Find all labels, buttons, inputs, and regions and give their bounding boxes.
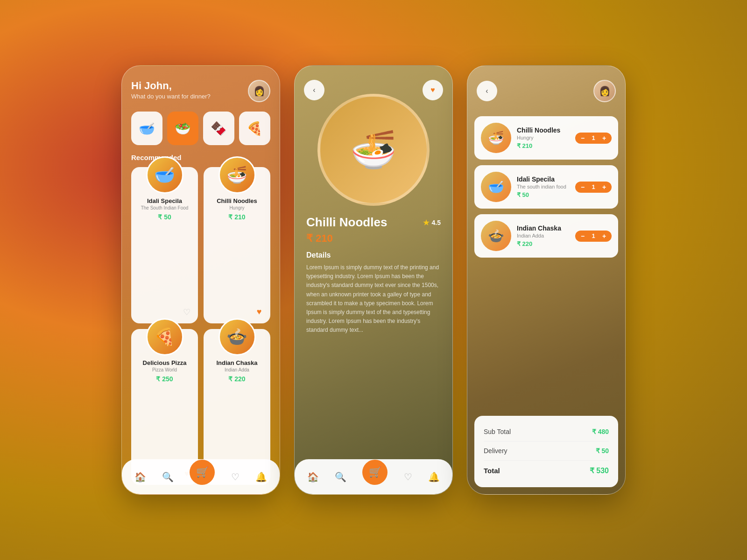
screen-cart: ‹ 👩 🍜 Chilli Noodles Hungry ₹ 210 − 1 + bbox=[467, 65, 626, 495]
detail-title: Chilli Noodles bbox=[306, 215, 387, 230]
cart-top-bar: ‹ 👩 bbox=[467, 66, 625, 112]
qty-plus-idali[interactable]: + bbox=[599, 183, 609, 191]
subtotal-label: Sub Total bbox=[484, 428, 511, 435]
food-grid: 🥣 Idali Specila The South Indian Food ₹ … bbox=[131, 167, 270, 485]
rating-value: 4.5 bbox=[432, 219, 441, 226]
bottom-nav: 🏠 🔍 🛒 ♡ 🔔 bbox=[122, 459, 280, 494]
cart-img-idali: 🥣 bbox=[481, 172, 511, 202]
qty-minus-chaska[interactable]: − bbox=[578, 232, 587, 240]
cart-price-idali: ₹ 50 bbox=[517, 191, 570, 198]
food-sub-noodles: Hungry bbox=[229, 205, 244, 210]
food-price-noodles: ₹ 210 bbox=[228, 213, 245, 221]
screen-detail: ‹ ♥ 🍜 Chilli Noodles ★ 4.5 ₹ 210 Details… bbox=[294, 65, 453, 495]
category-item-1[interactable]: 🥣 bbox=[131, 112, 162, 145]
detail-price: ₹ 210 bbox=[306, 232, 441, 245]
delivery-val: ₹ 50 bbox=[596, 447, 609, 455]
like-btn-noodles[interactable]: ♥ bbox=[253, 306, 266, 319]
nav-home-icon-d[interactable]: 🏠 bbox=[307, 471, 319, 483]
heart-button[interactable]: ♥ bbox=[423, 80, 443, 100]
food-img-idali: 🥣 bbox=[146, 156, 183, 194]
back-button[interactable]: ‹ bbox=[304, 80, 324, 100]
total-label: Total bbox=[484, 467, 500, 475]
greeting-hi: Hi John, bbox=[131, 80, 211, 92]
cart-back-button[interactable]: ‹ bbox=[477, 81, 497, 101]
qty-plus-chaska[interactable]: + bbox=[599, 232, 609, 240]
category-item-2[interactable]: 🥗 bbox=[167, 112, 198, 145]
qty-minus-idali[interactable]: − bbox=[578, 183, 587, 191]
order-summary: Sub Total ₹ 480 Delivery ₹ 50 Total ₹ 53… bbox=[474, 416, 618, 487]
rating-block: ★ 4.5 bbox=[423, 217, 441, 228]
detail-description: Lorem Ipsum is simply dummy text of the … bbox=[306, 263, 441, 335]
food-price-chaska: ₹ 220 bbox=[228, 375, 245, 383]
qty-control-chaska: − 1 + bbox=[575, 231, 612, 242]
qty-minus-noodles[interactable]: − bbox=[578, 134, 587, 142]
cart-img-chaska: 🍲 bbox=[481, 221, 511, 251]
greeting-block: Hi John, What do you want for dinner? bbox=[131, 80, 211, 100]
qty-plus-noodles[interactable]: + bbox=[599, 134, 609, 142]
cart-items-list: 🍜 Chilli Noodles Hungry ₹ 210 − 1 + 🥣 Id… bbox=[467, 112, 625, 416]
greeting-sub: What do you want for dinner? bbox=[131, 93, 211, 100]
nav-heart-icon-d[interactable]: ♡ bbox=[404, 471, 412, 483]
food-name-pizza: Delicious Pizza bbox=[143, 359, 187, 366]
section-label: Recommended bbox=[131, 154, 270, 161]
food-price-idali: ₹ 50 bbox=[158, 213, 171, 221]
qty-num-noodles: 1 bbox=[590, 134, 597, 141]
food-card-noodles[interactable]: 🍜 Chilli Noodles Hungry ₹ 210 ♥ bbox=[204, 167, 270, 323]
food-sub-pizza: Pizza World bbox=[152, 367, 177, 372]
screen-home: Hi John, What do you want for dinner? 👩 … bbox=[121, 65, 280, 495]
cart-avatar: 👩 bbox=[593, 80, 616, 102]
nav-cart-button[interactable]: 🛒 bbox=[190, 460, 215, 485]
cart-sub-noodles: Hungry bbox=[517, 135, 570, 140]
title-row: Chilli Noodles ★ 4.5 bbox=[306, 215, 441, 230]
nav-heart-icon[interactable]: ♡ bbox=[231, 471, 240, 483]
category-list: 🥣 🥗 🍫 🍕 bbox=[131, 112, 270, 145]
food-name-idali: Idali Specila bbox=[147, 197, 182, 204]
food-img-noodles: 🍜 bbox=[218, 156, 256, 194]
summary-delivery-row: Delivery ₹ 50 bbox=[484, 443, 609, 458]
avatar: 👩 bbox=[248, 80, 270, 102]
cart-name-noodles: Chilli Noodles bbox=[517, 126, 570, 134]
qty-control-idali: − 1 + bbox=[575, 182, 612, 193]
cart-item-chaska: 🍲 Indian Chaska Indian Adda ₹ 220 − 1 + bbox=[474, 214, 618, 258]
cart-info-chaska: Indian Chaska Indian Adda ₹ 220 bbox=[517, 224, 570, 247]
cart-item-idali: 🥣 Idali Specila The south indian food ₹ … bbox=[474, 165, 618, 209]
detail-top-bar: ‹ ♥ bbox=[295, 66, 452, 107]
cart-img-noodles: 🍜 bbox=[481, 123, 511, 153]
cart-info-noodles: Chilli Noodles Hungry ₹ 210 bbox=[517, 126, 570, 149]
like-btn-idali[interactable]: ♡ bbox=[180, 306, 193, 319]
detail-info: Chilli Noodles ★ 4.5 ₹ 210 Details Lorem… bbox=[295, 215, 452, 494]
food-sub-chaska: Indian Adda bbox=[225, 367, 249, 372]
delivery-label: Delivery bbox=[484, 447, 507, 455]
food-sub-idali: The South Indian Food bbox=[141, 205, 189, 210]
food-name-chaska: Indian Chaska bbox=[216, 359, 257, 366]
cart-price-chaska: ₹ 220 bbox=[517, 240, 570, 247]
hero-food-image: 🍜 bbox=[317, 94, 430, 206]
nav-home-icon[interactable]: 🏠 bbox=[134, 471, 146, 483]
summary-subtotal-row: Sub Total ₹ 480 bbox=[484, 424, 609, 439]
category-item-3[interactable]: 🍫 bbox=[203, 112, 234, 145]
food-name-noodles: Chilli Noodles bbox=[217, 197, 257, 204]
nav-bell-icon[interactable]: 🔔 bbox=[255, 471, 267, 483]
header: Hi John, What do you want for dinner? 👩 bbox=[131, 80, 270, 102]
star-icon: ★ bbox=[423, 217, 430, 228]
summary-divider-1 bbox=[484, 441, 609, 441]
food-img-chaska: 🍲 bbox=[218, 318, 256, 356]
cart-name-chaska: Indian Chaska bbox=[517, 224, 570, 232]
cart-name-idali: Idali Specila bbox=[517, 175, 570, 183]
nav-bell-icon-d[interactable]: 🔔 bbox=[428, 471, 440, 483]
nav-search-icon-d[interactable]: 🔍 bbox=[335, 471, 346, 483]
bottom-nav-detail: 🏠 🔍 🛒 ♡ 🔔 bbox=[295, 459, 452, 494]
cart-sub-idali: The south indian food bbox=[517, 184, 570, 189]
cart-info-idali: Idali Specila The south indian food ₹ 50 bbox=[517, 175, 570, 198]
food-card-idali[interactable]: 🥣 Idali Specila The South Indian Food ₹ … bbox=[131, 167, 198, 323]
qty-control-noodles: − 1 + bbox=[575, 133, 612, 144]
summary-total-row: Total ₹ 530 bbox=[484, 462, 609, 479]
cart-price-noodles: ₹ 210 bbox=[517, 142, 570, 149]
qty-num-chaska: 1 bbox=[590, 232, 597, 239]
nav-cart-button-d[interactable]: 🛒 bbox=[362, 460, 388, 485]
category-item-4[interactable]: 🍕 bbox=[239, 112, 270, 145]
details-label: Details bbox=[306, 251, 441, 259]
nav-search-icon[interactable]: 🔍 bbox=[162, 471, 174, 483]
food-price-pizza: ₹ 250 bbox=[156, 375, 173, 383]
cart-item-noodles: 🍜 Chilli Noodles Hungry ₹ 210 − 1 + bbox=[474, 116, 618, 160]
